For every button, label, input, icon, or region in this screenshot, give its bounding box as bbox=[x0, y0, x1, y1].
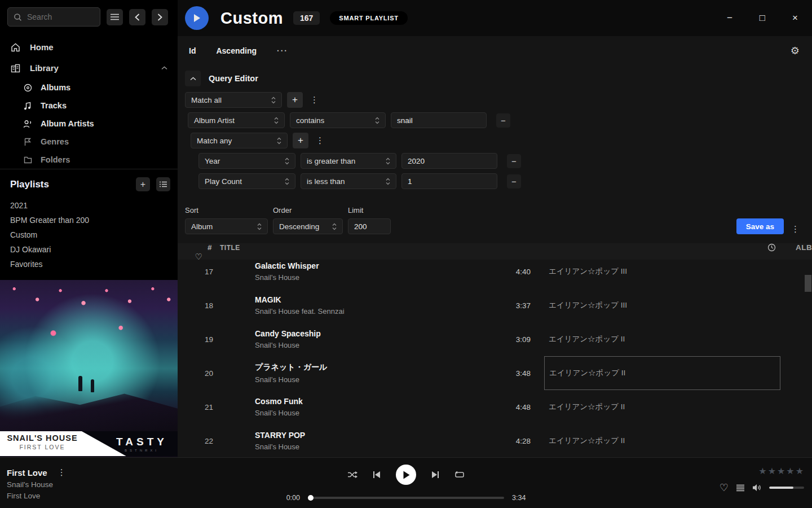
search-field[interactable] bbox=[27, 12, 83, 21]
table-row[interactable]: 18 MAGIKSnail's House feat. Sennzai 3:37… bbox=[178, 288, 812, 322]
column-header-album[interactable]: ALBUM bbox=[780, 243, 812, 252]
rule-field-select[interactable]: Album Artist bbox=[188, 112, 285, 128]
volume-button[interactable] bbox=[752, 484, 762, 492]
rule-menu-button[interactable]: ⋮ bbox=[314, 135, 326, 146]
rule-operator-select[interactable]: is greater than bbox=[301, 153, 396, 169]
track-duration: 3:09 bbox=[491, 335, 533, 344]
rating-stars[interactable]: ★★★★★ bbox=[758, 466, 804, 476]
now-playing-album[interactable]: First Love bbox=[7, 492, 271, 500]
star-icon[interactable]: ★ bbox=[768, 466, 776, 476]
nav-back-button[interactable] bbox=[129, 9, 145, 25]
playlist-item[interactable]: BPM Greater than 200 bbox=[10, 213, 170, 227]
track-album[interactable]: エイリアン☆ポップ II bbox=[533, 322, 780, 356]
rule-field-select[interactable]: Year bbox=[198, 153, 295, 169]
save-menu-button[interactable]: ⋮ bbox=[789, 224, 802, 234]
table-row[interactable]: 20 プラネット・ガールSnail's House 3:48 エイリアン☆ポップ… bbox=[178, 356, 812, 390]
favorite-button[interactable]: ♡ bbox=[720, 481, 729, 494]
playlist-item[interactable]: DJ Okawari bbox=[10, 242, 170, 257]
track-album[interactable]: エイリアン☆ポップ II bbox=[533, 424, 780, 457]
sidebar-item-albums[interactable]: Albums bbox=[0, 78, 178, 97]
play-pause-button[interactable] bbox=[396, 465, 416, 485]
add-playlist-button[interactable]: + bbox=[136, 177, 150, 191]
remove-rule-button[interactable]: − bbox=[496, 113, 510, 128]
playlist-item[interactable]: Favorites bbox=[10, 257, 170, 271]
scrollbar-thumb[interactable] bbox=[805, 275, 811, 292]
seek-slider[interactable] bbox=[308, 497, 504, 499]
now-playing-menu-button[interactable]: ⋮ bbox=[55, 467, 68, 478]
previous-track-button[interactable] bbox=[373, 471, 381, 479]
play-playlist-button[interactable] bbox=[185, 6, 209, 30]
track-album[interactable]: エイリアン☆ポップ II bbox=[533, 390, 780, 424]
now-playing-artist[interactable]: Snail's House bbox=[7, 480, 271, 489]
table-scrollbar[interactable] bbox=[804, 260, 812, 457]
rule-operator-select[interactable]: is less than bbox=[301, 173, 396, 189]
column-header-title[interactable]: TITLE bbox=[220, 244, 491, 252]
star-icon[interactable]: ★ bbox=[796, 466, 804, 476]
track-artist[interactable]: Snail's House bbox=[255, 409, 486, 417]
track-artist[interactable]: Snail's House bbox=[255, 443, 486, 451]
table-row[interactable]: 19 Candy SpaceshipSnail's House 3:09 エイリ… bbox=[178, 322, 812, 356]
track-album[interactable]: エイリアン☆ポップ III bbox=[533, 260, 780, 288]
star-icon[interactable]: ★ bbox=[777, 466, 785, 476]
sort-field-button[interactable]: Id bbox=[189, 46, 196, 55]
playlist-item[interactable]: 2021 bbox=[10, 198, 170, 213]
menu-button[interactable] bbox=[107, 9, 123, 25]
save-as-button[interactable]: Save as bbox=[736, 218, 784, 234]
nav-forward-button[interactable] bbox=[152, 9, 168, 25]
volume-slider[interactable] bbox=[769, 487, 804, 489]
remove-rule-button[interactable]: − bbox=[507, 174, 521, 189]
limit-input[interactable] bbox=[348, 218, 391, 234]
rule-value-input[interactable] bbox=[391, 112, 487, 128]
search-input[interactable] bbox=[7, 7, 100, 27]
playlist-list-button[interactable] bbox=[156, 177, 170, 191]
track-artist[interactable]: Snail's House bbox=[255, 273, 486, 282]
minimize-button[interactable]: − bbox=[720, 8, 739, 28]
repeat-button[interactable] bbox=[454, 471, 465, 479]
maximize-button[interactable]: □ bbox=[753, 8, 772, 28]
add-rule-button[interactable]: + bbox=[293, 133, 308, 148]
sort-select[interactable]: Album bbox=[185, 218, 268, 234]
now-playing-album-art[interactable]: SNAIL'S HOUSE FIRST LOVE TASTY BSTNRXI bbox=[0, 280, 178, 457]
sidebar-item-home[interactable]: Home bbox=[0, 37, 178, 58]
column-header-number[interactable]: # bbox=[178, 243, 220, 252]
sidebar-item-genres[interactable]: Genres bbox=[0, 133, 178, 151]
table-row[interactable]: 22 STARRY POPSnail's House 4:28 エイリアン☆ポッ… bbox=[178, 424, 812, 457]
sidebar-item-library[interactable]: Library bbox=[0, 58, 178, 78]
track-artist[interactable]: Snail's House bbox=[255, 375, 486, 384]
now-playing-title[interactable]: First Love bbox=[7, 468, 47, 478]
track-artist[interactable]: Snail's House bbox=[255, 341, 486, 349]
sidebar-item-tracks[interactable]: Tracks bbox=[0, 97, 178, 115]
rule-value-input[interactable] bbox=[401, 173, 497, 189]
star-icon[interactable]: ★ bbox=[758, 466, 767, 476]
remove-rule-button[interactable]: − bbox=[507, 154, 521, 168]
collapse-query-editor-button[interactable] bbox=[185, 71, 201, 86]
sidebar-item-album-artists[interactable]: Album Artists bbox=[0, 115, 178, 133]
gear-icon[interactable]: ⚙ bbox=[791, 45, 800, 57]
sort-order-button[interactable]: Ascending bbox=[216, 46, 257, 55]
sidebar-item-label: Albums bbox=[41, 83, 70, 92]
add-rule-button[interactable]: + bbox=[287, 92, 303, 108]
table-row[interactable]: 21 Cosmo FunkSnail's House 4:48 エイリアン☆ポッ… bbox=[178, 390, 812, 424]
seek-knob[interactable] bbox=[308, 495, 314, 501]
column-header-duration[interactable] bbox=[533, 243, 780, 252]
rule-value-input[interactable] bbox=[401, 153, 497, 169]
track-album-focused-cell[interactable]: エイリアン☆ポップ II bbox=[544, 356, 780, 390]
chevron-up-icon[interactable] bbox=[161, 66, 167, 70]
playlist-item[interactable]: Custom bbox=[10, 227, 170, 242]
sidebar-item-folders[interactable]: Folders bbox=[0, 151, 178, 169]
track-artist[interactable]: Snail's House feat. Sennzai bbox=[255, 307, 486, 316]
next-track-button[interactable] bbox=[431, 471, 439, 479]
table-row[interactable]: 17 Galactic WhisperSnail's House 4:40 エイ… bbox=[178, 260, 812, 288]
rule-operator-select[interactable]: contains bbox=[290, 112, 386, 128]
rule-menu-button[interactable]: ⋮ bbox=[308, 95, 321, 105]
more-options-button[interactable]: ··· bbox=[277, 46, 288, 55]
star-icon[interactable]: ★ bbox=[786, 466, 795, 476]
queue-button[interactable] bbox=[736, 484, 745, 492]
match-any-select[interactable]: Match any bbox=[191, 133, 288, 148]
order-select[interactable]: Descending bbox=[273, 218, 343, 234]
rule-field-select[interactable]: Play Count bbox=[198, 173, 295, 189]
match-all-select[interactable]: Match all bbox=[185, 92, 282, 108]
track-album[interactable]: エイリアン☆ポップ III bbox=[533, 288, 780, 322]
close-button[interactable]: × bbox=[785, 8, 805, 28]
shuffle-button[interactable] bbox=[347, 471, 358, 479]
